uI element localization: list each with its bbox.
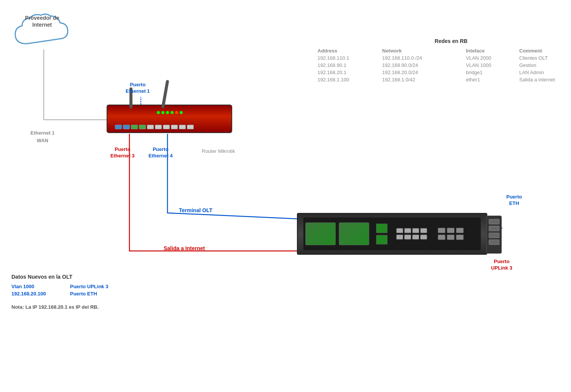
row1-interface: VLAN 2000 bbox=[464, 54, 518, 62]
row3-network: 192.168.20.0/24 bbox=[381, 69, 464, 76]
ethernet1-wan-label: Ethernet 1 WAN bbox=[30, 129, 55, 144]
router-antenna-right bbox=[161, 80, 169, 108]
puerto-eth3-label: Puerto Ethernet 3 bbox=[110, 146, 135, 159]
olt-sfp-section bbox=[376, 224, 388, 244]
olt-right-panel bbox=[486, 216, 502, 254]
row1-address: 192.168.110.1 bbox=[316, 54, 381, 62]
router-port-2 bbox=[123, 125, 130, 129]
router-port-8 bbox=[171, 125, 178, 129]
row3-comment: LAN Admin bbox=[518, 69, 571, 76]
router-led-4 bbox=[171, 111, 174, 114]
router-led-3 bbox=[166, 111, 169, 114]
row4-address: 192.168.1.100 bbox=[316, 76, 381, 83]
router-port-3 bbox=[131, 125, 138, 129]
olt-inner bbox=[303, 217, 481, 250]
row2-network: 192.168.90.0/24 bbox=[381, 62, 464, 69]
row4-interface: ether1 bbox=[464, 76, 518, 83]
datos-row-1: Vlan 1000 Puerto UPLink 3 bbox=[11, 284, 146, 289]
row3-address: 192.168.20.1 bbox=[316, 69, 381, 76]
diagram-container: Proveedor de Internet Ethernet 1 WAN bbox=[0, 0, 571, 392]
router-led-6 bbox=[180, 111, 183, 114]
puerto-eth-olt-label: Puerto ETH bbox=[506, 194, 522, 207]
olt-sfp-2 bbox=[376, 235, 388, 244]
router-port-10 bbox=[187, 125, 194, 129]
router-led-2 bbox=[161, 111, 164, 114]
datos-nuevos-section: Datos Nuevos en la OLT Vlan 1000 Puerto … bbox=[11, 274, 146, 298]
row2-comment: Gestion bbox=[518, 62, 571, 69]
row1-comment: Clientes OLT bbox=[518, 54, 571, 62]
header-network: Network bbox=[381, 47, 464, 54]
row2-interface: VLAN 1000 bbox=[464, 62, 518, 69]
olt-device bbox=[297, 213, 487, 255]
datos-row1-col1: Vlan 1000 bbox=[11, 284, 69, 289]
nota-text: Nota: La IP 192.168.20.1 es IP del RB. bbox=[11, 304, 99, 310]
ethernet1-text: Ethernet 1 bbox=[30, 129, 55, 137]
router-device bbox=[107, 105, 232, 133]
terminal-olt-label: Terminal OLT bbox=[179, 207, 212, 213]
row1-network: 192.168.110.0 /24 bbox=[381, 54, 464, 62]
olt-eth-ports bbox=[438, 228, 464, 240]
datos-row-2: 192.168.20.100 Puerto ETH bbox=[11, 291, 146, 297]
datos-nuevos-title: Datos Nuevos en la OLT bbox=[11, 274, 146, 280]
redes-rb-title: Redes en RB bbox=[316, 38, 571, 44]
header-interface: Inteface bbox=[464, 47, 518, 54]
puerto-eth4-label: Puerto Ethernet 4 bbox=[148, 146, 173, 159]
cloud-text-line1: Proveedor de bbox=[25, 15, 59, 21]
olt-module-1 bbox=[305, 222, 336, 245]
wan-text: WAN bbox=[30, 137, 55, 144]
puerto-eth1-label: Puerto Ethernet 1 bbox=[126, 82, 150, 95]
router-ports bbox=[115, 125, 228, 129]
router-led-1 bbox=[157, 111, 160, 114]
row2-address: 192.168.90.1 bbox=[316, 62, 381, 69]
row3-interface: bridge1 bbox=[464, 69, 518, 76]
olt-module-2 bbox=[339, 222, 369, 245]
olt-port-row-1 bbox=[396, 228, 427, 233]
redes-rb-section: Redes en RB Address Network Inteface Com… bbox=[316, 38, 571, 83]
redes-rb-table: Address Network Inteface Comment 192.168… bbox=[316, 47, 571, 83]
olt-right-port-3 bbox=[489, 233, 499, 238]
router-led-5 bbox=[175, 111, 178, 114]
header-comment: Comment bbox=[518, 47, 571, 54]
row4-network: 192.168.1.0/42 bbox=[381, 76, 464, 83]
olt-port-row-2 bbox=[396, 235, 427, 240]
cloud-text-line2: Internet bbox=[32, 22, 52, 28]
router-port-9 bbox=[179, 125, 186, 129]
router-port-1 bbox=[115, 125, 122, 129]
datos-row2-col2: Puerto ETH bbox=[70, 291, 146, 297]
router-label: Router Mikrotik bbox=[202, 148, 235, 154]
datos-row2-col1: 192.168.20.100 bbox=[11, 291, 69, 297]
datos-row1-col2: Puerto UPLink 3 bbox=[70, 284, 146, 289]
olt-sfp-1 bbox=[376, 224, 388, 233]
cloud-label: Proveedor de Internet bbox=[14, 14, 70, 28]
router-leds bbox=[157, 111, 183, 114]
router-port-4 bbox=[139, 125, 146, 129]
salida-internet-label: Salida a Internet bbox=[164, 245, 205, 251]
olt-right-port-4 bbox=[489, 240, 499, 245]
puerto-uplink3-label: Puerto UPLink 3 bbox=[491, 259, 512, 271]
olt-right-port-2 bbox=[489, 226, 499, 231]
header-address: Address bbox=[316, 47, 381, 54]
row4-comment: Salida a internet bbox=[518, 76, 571, 83]
router-port-6 bbox=[155, 125, 162, 129]
olt-ports-section bbox=[396, 228, 427, 240]
olt-right-port-1 bbox=[489, 219, 499, 224]
router-port-5 bbox=[147, 125, 154, 129]
router-port-7 bbox=[163, 125, 170, 129]
